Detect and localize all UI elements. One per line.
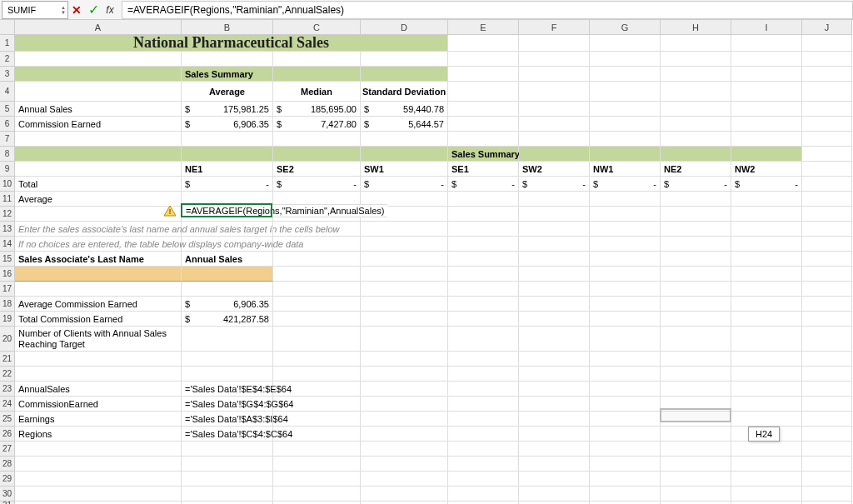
cell[interactable] <box>590 207 661 222</box>
cell[interactable]: $185,695.00 <box>273 102 361 117</box>
cell[interactable] <box>731 367 802 382</box>
section-header[interactable]: Sales Summary <box>182 67 273 82</box>
cell[interactable] <box>590 327 661 352</box>
cell[interactable] <box>448 132 519 147</box>
cell[interactable] <box>661 117 731 132</box>
cell[interactable]: AnnualSales <box>15 382 182 397</box>
row-header-19[interactable]: 19 <box>0 312 15 327</box>
cell[interactable]: Enter the sales associate's last name an… <box>15 222 182 237</box>
cell[interactable] <box>731 282 802 297</box>
cell[interactable] <box>590 282 661 297</box>
cell[interactable] <box>15 52 182 67</box>
input-cell[interactable] <box>182 267 273 282</box>
cell[interactable] <box>661 252 731 267</box>
cell[interactable] <box>519 82 590 102</box>
cell[interactable] <box>361 237 448 252</box>
cell[interactable] <box>802 312 852 327</box>
cell[interactable] <box>590 412 661 427</box>
cell[interactable] <box>519 442 590 457</box>
cell[interactable]: ='Sales Data'!$G$4:$G$64 <box>182 397 273 412</box>
cell[interactable] <box>448 427 519 442</box>
cell[interactable] <box>661 412 731 427</box>
col-header-c[interactable]: C <box>273 20 361 35</box>
cell[interactable] <box>519 267 590 282</box>
cell[interactable] <box>590 252 661 267</box>
cell[interactable] <box>519 102 590 117</box>
col-header-i[interactable]: I <box>731 20 802 35</box>
cell[interactable] <box>361 222 448 237</box>
cell[interactable] <box>519 472 590 487</box>
cell[interactable] <box>361 267 448 282</box>
cell[interactable] <box>590 267 661 282</box>
cell[interactable]: NE1 <box>182 162 273 177</box>
cell[interactable] <box>802 147 852 162</box>
cell[interactable] <box>802 487 852 502</box>
cell[interactable]: Regions <box>15 427 182 442</box>
cell[interactable] <box>802 457 852 472</box>
cell[interactable] <box>273 442 361 457</box>
col-header-h[interactable]: H <box>661 20 731 35</box>
cell[interactable] <box>273 352 361 367</box>
row-header-28[interactable]: 28 <box>0 457 15 472</box>
title-cell[interactable]: National Pharmaceutical Sales <box>15 35 448 52</box>
cell[interactable] <box>590 442 661 457</box>
cell[interactable] <box>182 237 273 252</box>
cell[interactable] <box>590 297 661 312</box>
cell[interactable]: $6,906.35 <box>182 297 273 312</box>
cell[interactable]: Total <box>15 177 182 192</box>
cell[interactable] <box>661 35 731 52</box>
row-header-1[interactable]: 1 <box>0 35 15 52</box>
cell[interactable] <box>448 52 519 67</box>
cell[interactable] <box>590 457 661 472</box>
cell[interactable] <box>661 52 731 67</box>
cell[interactable] <box>273 297 361 312</box>
cell[interactable] <box>182 327 273 352</box>
cell[interactable] <box>273 282 361 297</box>
cell[interactable] <box>361 132 448 147</box>
col-header-d[interactable]: D <box>361 20 448 35</box>
cell[interactable]: Total Commission Earned <box>15 312 182 327</box>
row-header-3[interactable]: 3 <box>0 67 15 82</box>
row-header-2[interactable]: 2 <box>0 52 15 67</box>
row-header-22[interactable]: 22 <box>0 367 15 382</box>
cell[interactable] <box>590 147 661 162</box>
cell[interactable]: Number of Clients with Annual Sales Reac… <box>15 327 182 352</box>
cell[interactable] <box>802 177 852 192</box>
cell[interactable] <box>802 297 852 312</box>
cell[interactable]: SW2 <box>519 162 590 177</box>
cell[interactable]: $- <box>182 177 273 192</box>
cell[interactable] <box>802 397 852 412</box>
cell[interactable] <box>448 297 519 312</box>
cell[interactable] <box>448 237 519 252</box>
cell[interactable] <box>661 237 731 252</box>
row-header-6[interactable]: 6 <box>0 117 15 132</box>
cell[interactable] <box>361 382 448 397</box>
cell[interactable] <box>731 192 802 207</box>
cell[interactable]: Average <box>182 82 273 102</box>
cell[interactable] <box>731 487 802 502</box>
cell[interactable]: Average <box>15 192 182 207</box>
cell[interactable] <box>802 82 852 102</box>
cell[interactable] <box>802 282 852 297</box>
cell[interactable] <box>361 457 448 472</box>
cell[interactable] <box>361 297 448 312</box>
cell[interactable] <box>182 472 273 487</box>
cell[interactable] <box>182 132 273 147</box>
cell[interactable]: $- <box>519 177 590 192</box>
cell[interactable]: $- <box>661 177 731 192</box>
cell[interactable] <box>731 312 802 327</box>
cell[interactable] <box>661 397 731 412</box>
cell[interactable] <box>519 367 590 382</box>
row-header-5[interactable]: 5 <box>0 102 15 117</box>
cell[interactable] <box>590 102 661 117</box>
cell[interactable] <box>731 237 802 252</box>
cell[interactable] <box>182 367 273 382</box>
cell[interactable]: ='Sales Data'!$C$4:$C$64 <box>182 427 273 442</box>
cell[interactable] <box>802 252 852 267</box>
cell[interactable] <box>661 327 731 352</box>
row-header-20[interactable]: 20 <box>0 327 15 352</box>
cell[interactable] <box>802 327 852 352</box>
col-header-f[interactable]: F <box>519 20 590 35</box>
cell[interactable] <box>519 207 590 222</box>
cell[interactable] <box>448 222 519 237</box>
